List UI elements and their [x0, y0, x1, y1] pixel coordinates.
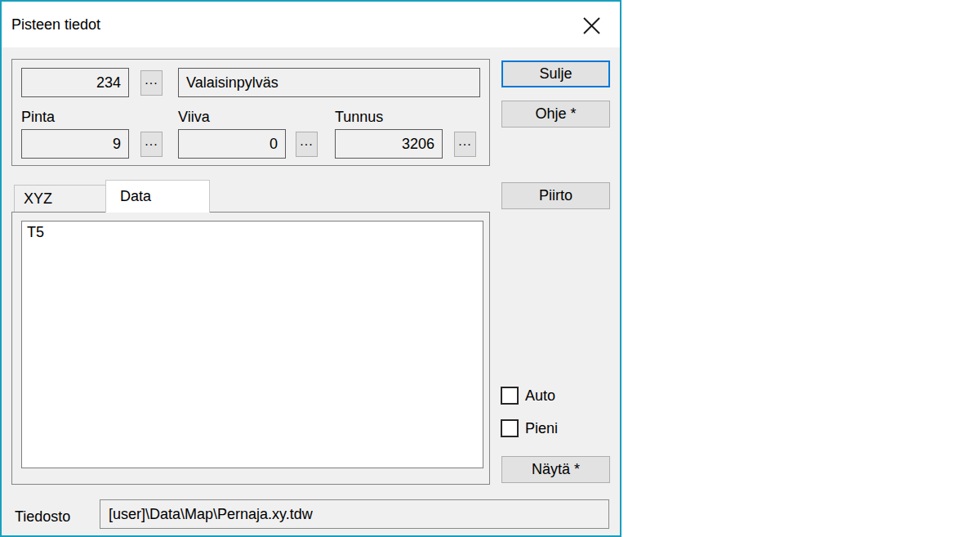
auto-checkbox-label[interactable]: Auto [525, 387, 555, 405]
pieni-checkbox[interactable] [501, 419, 519, 437]
auto-checkbox[interactable] [501, 387, 519, 405]
file-path-field: [user]\Data\Map\Pernaja.xy.tdw [100, 499, 609, 529]
code-name-field: Valaisinpylväs [178, 68, 480, 97]
ohje-button[interactable]: Ohje * [501, 101, 610, 128]
close-icon [582, 16, 601, 35]
code-number-field: 234 [21, 68, 129, 97]
data-text-area[interactable]: T5 [21, 221, 483, 468]
pinta-field: 9 [21, 129, 129, 159]
viiva-label: Viiva [178, 109, 210, 126]
window-title: Pisteen tiedot [11, 2, 100, 47]
viiva-browse-button[interactable]: ... [296, 132, 318, 157]
pisteen-tiedot-dialog: Pisteen tiedot 234 ... Valaisinpylväs Pi… [0, 0, 621, 537]
pinta-label: Pinta [21, 109, 55, 126]
pinta-browse-button[interactable]: ... [140, 132, 163, 157]
viiva-field: 0 [178, 129, 286, 159]
pieni-checkbox-label[interactable]: Pieni [525, 420, 558, 437]
sulje-button[interactable]: Sulje [501, 60, 610, 87]
tunnus-browse-button[interactable]: ... [454, 132, 476, 157]
tunnus-label: Tunnus [335, 109, 383, 126]
tiedosto-label: Tiedosto [15, 508, 70, 526]
code-browse-button[interactable]: ... [140, 70, 163, 96]
tab-data[interactable]: Data [105, 180, 210, 213]
tunnus-field: 3206 [335, 129, 443, 159]
piirto-button[interactable]: Piirto [501, 182, 610, 209]
title-bar[interactable]: Pisteen tiedot [2, 2, 620, 47]
tab-xyz[interactable]: XYZ [14, 185, 106, 212]
nayta-button[interactable]: Näytä * [501, 456, 610, 483]
close-button[interactable] [575, 11, 608, 39]
